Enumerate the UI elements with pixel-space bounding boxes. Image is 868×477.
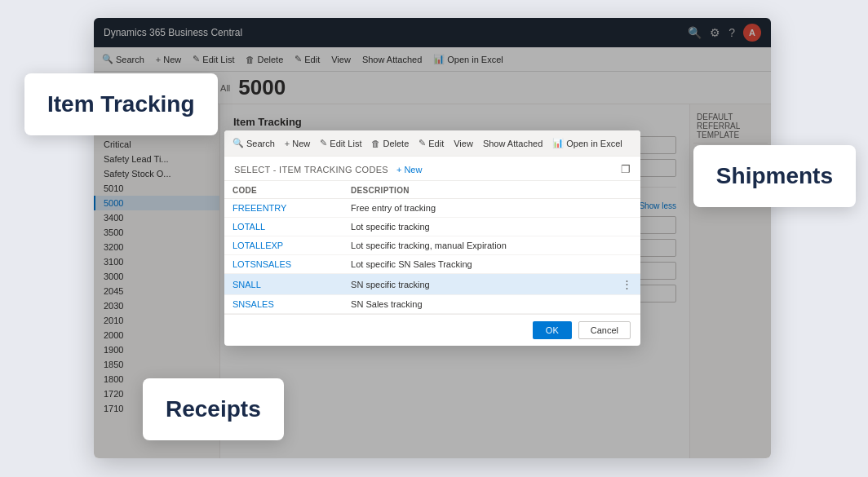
modal-delete-icon: 🗑 [371,139,380,148]
description-cell: Lot specific tracking [343,218,613,236]
code-cell: SNSALES [224,295,343,314]
code-cell: FREEENTRY [224,199,343,218]
modal-search-button[interactable]: 🔍 Search [232,138,275,148]
modal-show-attached-button[interactable]: Show Attached [483,139,542,148]
modal-edit-list-button[interactable]: ✎ Edit List [320,138,361,148]
table-row[interactable]: LOTALLEXP Lot specific tracking, manual … [224,236,640,255]
description-cell: Lot specific tracking, manual Expiration [343,236,613,255]
modal-edit-icon: ✎ [418,138,426,148]
row-actions[interactable] [613,255,640,274]
item-tracking-float-label: Item Tracking [24,73,218,135]
modal-header: SELECT - ITEM TRACKING CODES + New ❐ [224,157,640,181]
code-cell: SNALL [224,274,343,295]
row-actions[interactable] [613,236,640,255]
modal-table: CODE DESCRIPTION FREEENTRY Free entry of… [224,181,640,314]
receipts-label-text: Receipts [166,396,261,422]
ok-button[interactable]: OK [533,321,572,339]
row-actions[interactable] [613,199,640,218]
description-cell: Lot specific SN Sales Tracking [343,255,613,274]
table-row[interactable]: SNSALES SN Sales tracking [224,295,640,314]
row-actions[interactable] [613,218,640,236]
shipments-float-label: Shipments [693,145,856,207]
modal-new-toolbar-button[interactable]: + New [285,139,310,148]
table-row[interactable]: LOTALL Lot specific tracking [224,218,640,236]
modal-edit-button[interactable]: ✎ Edit [418,138,444,148]
modal-header-left: SELECT - ITEM TRACKING CODES + New [234,165,422,174]
description-column-header: DESCRIPTION [343,181,613,199]
row-actions[interactable] [613,295,640,314]
modal-new-toolbar-icon: + [285,139,290,148]
description-cell: SN Sales tracking [343,295,613,314]
modal-edit-list-icon: ✎ [320,138,327,148]
code-cell: LOTALL [224,218,343,236]
description-cell: Free entry of tracking [343,199,613,218]
modal-delete-button[interactable]: 🗑 Delete [371,139,409,148]
table-row[interactable]: FREEENTRY Free entry of tracking [224,199,640,218]
modal-container: 🔍 Search + New ✎ Edit List 🗑 Delete [224,130,640,346]
modal-table-container: CODE DESCRIPTION FREEENTRY Free entry of… [224,181,640,314]
modal-title: SELECT - ITEM TRACKING CODES [234,165,388,174]
receipts-float-label: Receipts [143,378,284,440]
code-cell: LOTALLEXP [224,236,343,255]
description-cell: SN specific tracking [343,274,613,295]
modal-search-icon: 🔍 [232,138,244,148]
code-cell: LOTSNSALES [224,255,343,274]
shipments-label-text: Shipments [716,163,833,188]
code-column-header: CODE [224,181,343,199]
row-actions[interactable]: ⋮ [613,274,640,295]
row-menu-icon[interactable]: ⋮ [622,278,632,290]
modal-excel-icon: 📊 [552,138,564,148]
modal-view-button[interactable]: View [454,139,473,148]
modal-toolbar: 🔍 Search + New ✎ Edit List 🗑 Delete [224,130,640,157]
modal-new-button[interactable]: + New [396,165,423,174]
table-row[interactable]: LOTSNSALES Lot specific SN Sales Trackin… [224,255,640,274]
modal-open-excel-button[interactable]: 📊 Open in Excel [552,138,622,148]
cancel-button[interactable]: Cancel [578,321,631,339]
modal-footer: OK Cancel [224,314,640,346]
table-row[interactable]: SNALL SN specific tracking ⋮ [224,274,640,295]
modal-expand-icon[interactable]: ❐ [621,163,631,175]
item-tracking-label-text: Item Tracking [47,91,195,117]
